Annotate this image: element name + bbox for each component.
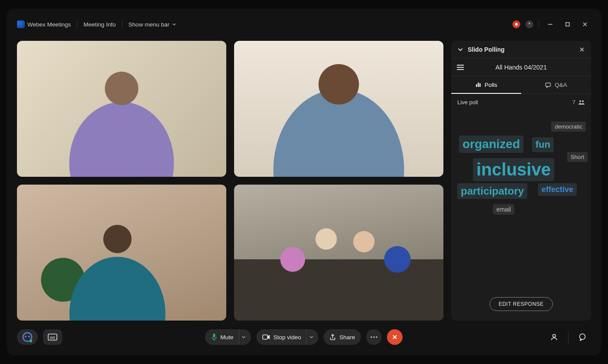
- participant-tile[interactable]: [17, 41, 226, 177]
- svg-rect-6: [478, 83, 479, 87]
- share-label: Share: [339, 334, 355, 341]
- show-menu-bar-button[interactable]: Show menu bar: [129, 21, 177, 28]
- svg-point-9: [579, 100, 581, 102]
- slido-panel: Slido Polling All Hands 04/2021: [451, 41, 591, 321]
- mute-button[interactable]: Mute: [205, 329, 251, 345]
- divider: [539, 20, 539, 28]
- participants-icon: [578, 99, 585, 105]
- divider: [568, 331, 568, 343]
- leave-meeting-button[interactable]: [387, 329, 403, 345]
- mute-options-button[interactable]: [239, 329, 248, 345]
- assistant-icon: [21, 331, 33, 343]
- recording-indicator-icon[interactable]: [512, 20, 520, 28]
- meeting-info-label: Meeting Info: [83, 21, 116, 28]
- webex-assistant-button[interactable]: [17, 329, 38, 345]
- close-button[interactable]: [579, 18, 591, 30]
- captions-button[interactable]: CC: [43, 329, 62, 345]
- divider: [77, 20, 77, 28]
- divider: [122, 20, 122, 28]
- chevron-down-icon[interactable]: [457, 46, 463, 53]
- person-icon: [550, 333, 558, 341]
- chevron-down-icon: [309, 335, 314, 339]
- svg-point-20: [373, 336, 375, 338]
- svg-rect-5: [476, 84, 477, 87]
- camera-icon: [262, 334, 270, 340]
- live-poll-label: Live poll: [457, 99, 478, 106]
- tab-qa[interactable]: Q&A: [521, 76, 591, 93]
- participant-count: 7: [572, 99, 575, 106]
- svg-point-22: [553, 334, 555, 337]
- tab-qa-label: Q&A: [555, 82, 567, 88]
- svg-point-23: [580, 334, 585, 340]
- stop-video-button[interactable]: Stop video: [256, 329, 319, 345]
- video-options-button[interactable]: [306, 329, 316, 345]
- svg-point-14: [30, 340, 32, 342]
- show-menu-label: Show menu bar: [129, 21, 170, 28]
- svg-point-13: [28, 336, 30, 338]
- app-name-label: Webex Meetings: [27, 21, 71, 28]
- minimize-button[interactable]: [544, 18, 556, 30]
- more-icon: [370, 336, 377, 338]
- navigation-icon[interactable]: [525, 20, 533, 28]
- word-cloud: democratic organized fun Short inclusive…: [451, 110, 591, 290]
- panel-footer: EDIT RESPONSE: [451, 290, 591, 321]
- tab-polls-label: Polls: [485, 82, 497, 88]
- meeting-info-button[interactable]: Meeting Info: [83, 21, 116, 28]
- qa-icon: [545, 82, 551, 88]
- app-window: Webex Meetings Meeting Info Show menu ba…: [7, 9, 601, 355]
- main-area: Slido Polling All Hands 04/2021: [7, 33, 601, 325]
- more-options-button[interactable]: [366, 329, 382, 345]
- svg-point-12: [25, 336, 26, 338]
- mute-label: Mute: [221, 334, 234, 341]
- participant-tile[interactable]: [17, 185, 226, 321]
- wc-word-inclusive: inclusive: [473, 158, 554, 181]
- stop-video-label: Stop video: [274, 334, 301, 341]
- chat-button[interactable]: [574, 329, 591, 345]
- svg-rect-8: [546, 83, 551, 86]
- app-title[interactable]: Webex Meetings: [17, 20, 71, 28]
- video-grid: [17, 41, 443, 321]
- meeting-title-label: All Hands 04/2021: [471, 64, 571, 71]
- wc-word-email: email: [493, 204, 514, 215]
- svg-rect-7: [479, 83, 481, 87]
- chat-icon: [578, 333, 586, 341]
- chevron-down-icon: [172, 22, 176, 26]
- share-icon: [330, 334, 336, 341]
- panel-tabs: Polls Q&A: [451, 76, 591, 94]
- svg-text:CC: CC: [50, 336, 55, 340]
- edit-response-button[interactable]: EDIT RESPONSE: [489, 297, 553, 311]
- wc-word-effective: effective: [538, 183, 577, 196]
- live-poll-header: Live poll 7: [451, 94, 591, 110]
- polls-icon: [475, 82, 481, 88]
- menu-icon[interactable]: [456, 63, 465, 71]
- svg-point-10: [582, 100, 584, 102]
- maximize-button[interactable]: [562, 18, 574, 30]
- svg-rect-17: [213, 334, 215, 338]
- wc-word-fun: fun: [532, 137, 554, 152]
- wc-word-participatory: participatory: [457, 183, 527, 199]
- svg-rect-1: [566, 23, 569, 26]
- microphone-icon: [211, 333, 217, 341]
- panel-header: Slido Polling: [451, 41, 591, 58]
- webex-logo-icon: [17, 20, 25, 28]
- svg-rect-18: [263, 335, 268, 339]
- close-panel-icon[interactable]: [579, 46, 585, 53]
- tab-polls[interactable]: Polls: [451, 76, 521, 94]
- wc-word-organized: organized: [459, 136, 523, 153]
- participants-button[interactable]: [545, 329, 563, 345]
- panel-title-label: Slido Polling: [468, 46, 505, 53]
- control-bar: CC Mute Stop video: [7, 325, 601, 349]
- close-icon: [392, 334, 398, 340]
- wc-word-short: Short: [567, 152, 588, 162]
- wc-word-democratic: democratic: [551, 122, 586, 132]
- participant-tile[interactable]: [234, 185, 443, 321]
- participant-tile[interactable]: [234, 41, 443, 177]
- share-button[interactable]: Share: [324, 329, 361, 345]
- svg-point-21: [376, 336, 377, 338]
- title-bar: Webex Meetings Meeting Info Show menu ba…: [7, 16, 601, 33]
- svg-point-19: [371, 336, 372, 338]
- panel-subheader: All Hands 04/2021: [451, 58, 591, 76]
- chevron-down-icon: [241, 335, 246, 339]
- closed-captions-icon: CC: [48, 334, 57, 341]
